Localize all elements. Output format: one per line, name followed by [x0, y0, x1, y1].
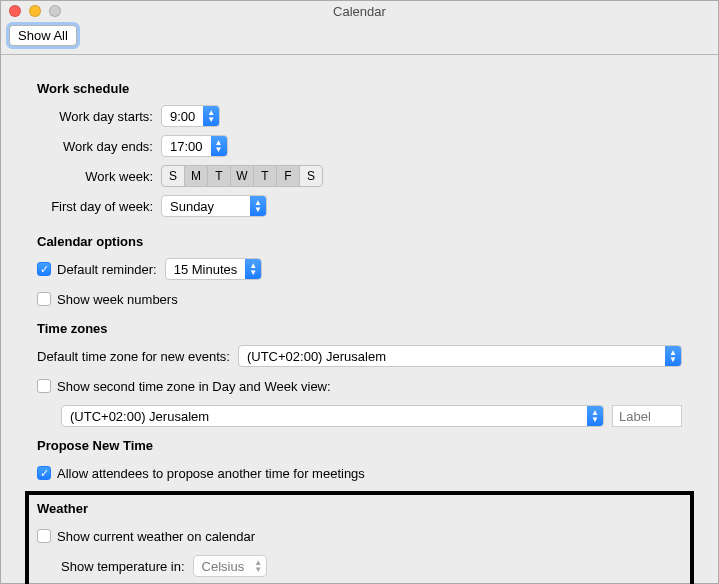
second-tz-label-input[interactable]	[612, 405, 682, 427]
temperature-value: Celsius	[202, 559, 245, 574]
content-area: Work schedule Work day starts: 9:00 ▲▼ W…	[1, 55, 718, 584]
default-tz-label: Default time zone for new events:	[37, 349, 230, 364]
first-day-value: Sunday	[162, 196, 250, 216]
calendar-options-title: Calendar options	[37, 234, 682, 249]
close-icon[interactable]	[9, 5, 21, 17]
stepper-icon: ▲▼	[211, 136, 227, 156]
temperature-label: Show temperature in:	[61, 559, 185, 574]
show-weather-label: Show current weather on calendar	[57, 529, 255, 544]
work-day-starts-value: 9:00	[162, 106, 203, 126]
weekday-toggle-6[interactable]: S	[299, 165, 323, 187]
second-tz-select[interactable]: (UTC+02:00) Jerusalem ▲▼	[61, 405, 604, 427]
show-week-numbers-checkbox[interactable]	[37, 292, 51, 306]
work-week-toggle: SMTWTFS	[161, 165, 323, 187]
stepper-icon: ▲▼	[203, 106, 219, 126]
zoom-icon	[49, 5, 61, 17]
work-day-starts-label: Work day starts:	[37, 109, 161, 124]
temperature-select[interactable]: Celsius ▲▼	[193, 555, 268, 577]
weekday-toggle-5[interactable]: F	[276, 165, 300, 187]
window-title: Calendar	[333, 4, 386, 19]
stepper-icon: ▲▼	[587, 406, 603, 426]
traffic-lights	[9, 5, 61, 17]
show-week-numbers-label: Show week numbers	[57, 292, 178, 307]
show-all-button[interactable]: Show All	[9, 25, 77, 46]
second-tz-value: (UTC+02:00) Jerusalem	[62, 406, 587, 426]
default-reminder-value: 15 Minutes	[166, 259, 246, 279]
titlebar: Calendar	[1, 1, 718, 23]
weekday-toggle-0[interactable]: S	[161, 165, 185, 187]
first-day-select[interactable]: Sunday ▲▼	[161, 195, 267, 217]
work-day-ends-label: Work day ends:	[37, 139, 161, 154]
stepper-icon: ▲▼	[254, 559, 262, 573]
stepper-icon: ▲▼	[250, 196, 266, 216]
default-reminder-checkbox[interactable]: ✓	[37, 262, 51, 276]
second-tz-label: Show second time zone in Day and Week vi…	[57, 379, 331, 394]
stepper-icon: ▲▼	[665, 346, 681, 366]
default-tz-value: (UTC+02:00) Jerusalem	[239, 346, 665, 366]
weather-highlight: Weather Show current weather on calendar…	[25, 491, 694, 584]
time-zones-title: Time zones	[37, 321, 682, 336]
show-weather-checkbox[interactable]	[37, 529, 51, 543]
allow-propose-checkbox[interactable]: ✓	[37, 466, 51, 480]
weekday-toggle-2[interactable]: T	[207, 165, 231, 187]
weekday-toggle-4[interactable]: T	[253, 165, 277, 187]
allow-propose-label: Allow attendees to propose another time …	[57, 466, 365, 481]
work-day-ends-value: 17:00	[162, 136, 211, 156]
work-schedule-title: Work schedule	[37, 81, 682, 96]
default-reminder-label: Default reminder:	[57, 262, 157, 277]
stepper-icon: ▲▼	[245, 259, 261, 279]
first-day-label: First day of week:	[37, 199, 161, 214]
work-day-starts-select[interactable]: 9:00 ▲▼	[161, 105, 220, 127]
default-reminder-select[interactable]: 15 Minutes ▲▼	[165, 258, 263, 280]
second-tz-checkbox[interactable]	[37, 379, 51, 393]
weather-title: Weather	[37, 501, 682, 516]
default-tz-select[interactable]: (UTC+02:00) Jerusalem ▲▼	[238, 345, 682, 367]
propose-title: Propose New Time	[37, 438, 682, 453]
preferences-window: Calendar Show All Work schedule Work day…	[0, 0, 719, 584]
weekday-toggle-1[interactable]: M	[184, 165, 208, 187]
minimize-icon[interactable]	[29, 5, 41, 17]
toolbar: Show All	[1, 23, 718, 55]
work-week-label: Work week:	[37, 169, 161, 184]
weekday-toggle-3[interactable]: W	[230, 165, 254, 187]
work-day-ends-select[interactable]: 17:00 ▲▼	[161, 135, 228, 157]
